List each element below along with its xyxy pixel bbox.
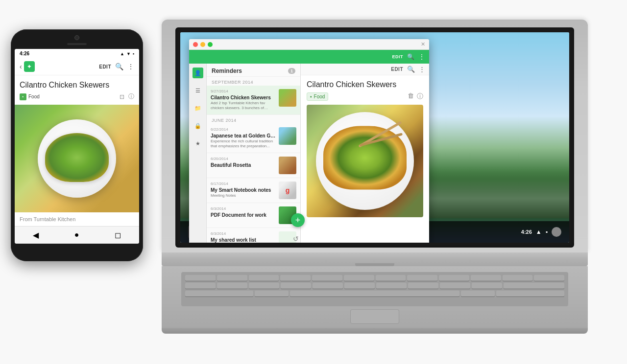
nav-recents-button[interactable]: ◻ bbox=[115, 230, 121, 240]
laptop-desktop: ✕ EDIT 🔍 ⋮ bbox=[180, 32, 569, 243]
note-detail-more-icon[interactable]: ⋮ bbox=[419, 66, 425, 73]
phone-info-icon[interactable]: ⓘ bbox=[128, 92, 134, 101]
key-row-1 bbox=[185, 275, 564, 281]
window-close-button[interactable] bbox=[193, 42, 198, 47]
phone-tag-label: Food bbox=[28, 94, 40, 99]
header-search-icon[interactable]: 🔍 bbox=[407, 53, 414, 60]
note-list-item-pdf[interactable]: 6/3/2014 PDF Document for work bbox=[207, 203, 300, 228]
phone-speaker bbox=[67, 43, 87, 45]
key bbox=[313, 283, 343, 289]
key bbox=[496, 291, 564, 296]
note-detail-tags: ▪ Food 🗑 ⓘ bbox=[301, 92, 429, 105]
evernote-notes-list: Reminders 1 SEPTEMBER 2014 9/27/2014 Ci bbox=[207, 64, 301, 243]
window-minimize-button[interactable] bbox=[200, 42, 205, 47]
note-list-text-worklist: 6/3/2014 My shared work list Work list ·… bbox=[211, 231, 276, 243]
laptop-screen-bezel: ✕ EDIT 🔍 ⋮ bbox=[175, 27, 574, 248]
battery-icon: ▪ bbox=[133, 51, 134, 56]
phone-status-time: 4:26 bbox=[20, 51, 29, 56]
sidebar-icon-notebooks[interactable]: 📁 bbox=[193, 103, 203, 114]
note-thumb-tea bbox=[279, 127, 296, 145]
note-list-item-rosetta[interactable]: 6/20/2014 Beautiful Rosetta bbox=[207, 153, 300, 178]
phone-note-title: Cilantro Chicken Skewers bbox=[15, 75, 139, 92]
key bbox=[344, 283, 375, 289]
note-group-jun-2014: JUNE 2014 bbox=[207, 115, 300, 124]
key bbox=[471, 275, 501, 281]
back-icon[interactable]: ‹ bbox=[20, 63, 22, 70]
laptop: ✕ EDIT 🔍 ⋮ bbox=[162, 20, 588, 334]
phone-body: 4:26 ▲ ▼ ▪ ‹ ✦ EDI bbox=[11, 29, 143, 261]
notes-list-header: Reminders 1 bbox=[207, 64, 300, 77]
note-list-text-notebook: 6/17/2014 My Smart Notebook notes Meetin… bbox=[211, 182, 276, 198]
tag-food-label: Food bbox=[314, 94, 325, 99]
phone-share-icon[interactable]: ⊡ bbox=[120, 93, 124, 100]
note-list-text-cilantro: 9/27/2014 Cilantro Chicken Skewers Add 2… bbox=[211, 89, 276, 111]
note-info-icon[interactable]: ⓘ bbox=[417, 92, 423, 101]
sidebar-icon-starred[interactable]: ★ bbox=[193, 138, 203, 149]
note-list-item-worklist[interactable]: 6/3/2014 My shared work list Work list ·… bbox=[207, 228, 300, 243]
note-detail-edit-btn[interactable]: EDIT bbox=[391, 67, 403, 72]
key bbox=[376, 283, 407, 289]
header-edit-btn[interactable]: EDIT bbox=[392, 54, 403, 59]
taskbar-battery-icon: ▪ bbox=[546, 228, 548, 235]
sidebar-icon-lock[interactable]: 🔒 bbox=[193, 120, 203, 131]
note-group-sep-2014: SEPTEMBER 2014 bbox=[207, 77, 300, 86]
laptop-touchpad[interactable] bbox=[350, 309, 399, 324]
header-more-icon[interactable]: ⋮ bbox=[418, 53, 425, 61]
key bbox=[255, 291, 289, 296]
note-list-text-tea: 6/22/2014 Japanese tea at Golden Gate Pa… bbox=[211, 127, 276, 149]
phone-search-icon[interactable]: 🔍 bbox=[115, 63, 123, 70]
phone-topbar: ‹ ✦ EDIT 🔍 ⋮ bbox=[15, 58, 139, 75]
note-list-item-cilantro[interactable]: 9/27/2014 Cilantro Chicken Skewers Add 2… bbox=[207, 86, 300, 115]
phone-note-tags: ▪ Food ⊡ ⓘ bbox=[15, 92, 139, 105]
note-list-item-notebook[interactable]: 6/17/2014 My Smart Notebook notes Meetin… bbox=[207, 178, 300, 203]
note-list-text-rosetta: 6/20/2014 Beautiful Rosetta bbox=[211, 157, 276, 168]
phone-bottom-nav: ◀ ● ◻ bbox=[15, 226, 139, 244]
window-close-x[interactable]: ✕ bbox=[421, 41, 425, 47]
key bbox=[249, 275, 279, 281]
phone-edit-button[interactable]: EDIT bbox=[99, 64, 111, 69]
fab-add-button[interactable]: + bbox=[291, 213, 305, 227]
key bbox=[217, 275, 247, 281]
notes-list-header-count: 1 bbox=[288, 68, 295, 74]
key bbox=[504, 283, 564, 289]
note-thumb-food bbox=[279, 89, 296, 107]
laptop-lid: ✕ EDIT 🔍 ⋮ bbox=[162, 20, 588, 252]
note-delete-icon[interactable]: 🗑 bbox=[408, 92, 414, 101]
note-detail-search-icon[interactable]: 🔍 bbox=[407, 66, 415, 73]
note-detail-image bbox=[307, 105, 423, 217]
window-controls bbox=[193, 42, 213, 47]
evernote-logo-icon: ✦ bbox=[24, 61, 35, 72]
key bbox=[185, 283, 216, 289]
key bbox=[503, 275, 533, 281]
phone-camera bbox=[74, 35, 79, 40]
note-list-text-pdf: 6/3/2014 PDF Document for work bbox=[211, 206, 276, 218]
nav-home-button[interactable]: ● bbox=[74, 230, 79, 240]
note-list-item-tea[interactable]: 6/22/2014 Japanese tea at Golden Gate Pa… bbox=[207, 124, 300, 153]
note-detail-actions: 🗑 ⓘ bbox=[408, 92, 423, 101]
scene: 4:26 ▲ ▼ ▪ ‹ ✦ EDI bbox=[0, 0, 627, 364]
tag-food-icon: ▪ bbox=[310, 94, 312, 99]
phone-more-icon[interactable]: ⋮ bbox=[127, 63, 134, 70]
key-row-2 bbox=[185, 283, 564, 289]
phone-home-btn bbox=[70, 249, 84, 253]
sidebar-icon-notes[interactable]: ☰ bbox=[193, 85, 203, 96]
evernote-note-detail: EDIT 🔍 ⋮ Cilantro Chicken Skewers ▪ Fo bbox=[301, 64, 429, 243]
window-maximize-button[interactable] bbox=[208, 42, 213, 47]
taskbar-wifi-icon: ▲ bbox=[536, 228, 542, 235]
nav-back-button[interactable]: ◀ bbox=[33, 230, 39, 240]
key bbox=[376, 275, 406, 281]
phone-tag-food[interactable]: ▪ Food bbox=[20, 93, 40, 100]
taskbar-user-icon bbox=[552, 227, 561, 237]
key bbox=[280, 275, 311, 281]
sidebar-icon-profile[interactable]: 👤 bbox=[193, 68, 203, 78]
laptop-screen: ✕ EDIT 🔍 ⋮ bbox=[180, 32, 569, 243]
evernote-window: ✕ EDIT 🔍 ⋮ bbox=[189, 39, 429, 243]
sync-icon[interactable]: ↺ bbox=[293, 235, 299, 243]
phone-food-image bbox=[15, 105, 139, 212]
taskbar-time: 4:26 bbox=[521, 229, 532, 235]
note-detail-tag-food[interactable]: ▪ Food bbox=[307, 92, 328, 101]
wifi-icon: ▲ bbox=[120, 51, 124, 56]
laptop-bottom-edge bbox=[162, 328, 588, 334]
signal-icon: ▼ bbox=[126, 51, 131, 56]
phone-caption: From Turntable Kitchen bbox=[15, 212, 139, 226]
